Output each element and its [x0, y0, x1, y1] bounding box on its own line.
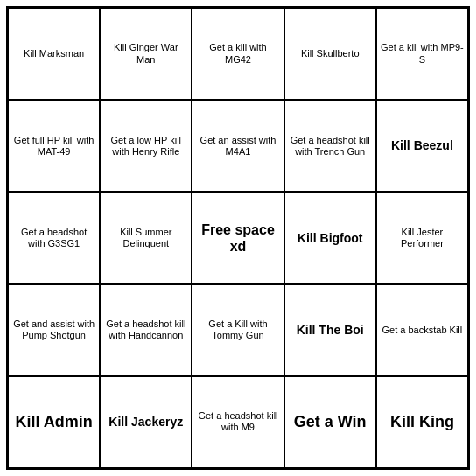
cell-text-r3c3: Kill The Boi: [297, 323, 364, 338]
bingo-cell-r4c0: Kill Admin: [8, 376, 100, 468]
bingo-cell-r0c3: Kill Skullberto: [284, 8, 376, 100]
cell-text-r0c4: Get a kill with MP9-S: [381, 42, 464, 65]
bingo-cell-r2c4: Kill Jester Performer: [376, 192, 468, 284]
bingo-cell-r4c1: Kill Jackeryz: [100, 376, 192, 468]
bingo-cell-r2c1: Kill Summer Delinquent: [100, 192, 192, 284]
cell-text-r1c4: Kill Beezul: [391, 138, 453, 153]
cell-text-r2c1: Kill Summer Delinquent: [104, 227, 187, 249]
bingo-cell-r0c2: Get a kill with MG42: [192, 8, 284, 100]
bingo-cell-r1c0: Get full HP kill with MAT-49: [8, 100, 100, 192]
cell-text-r3c0: Get and assist with Pump Shotgun: [12, 318, 95, 341]
bingo-cell-r3c4: Get a backstab Kill: [376, 284, 468, 376]
cell-text-r3c2: Get a Kill with Tommy Gun: [196, 318, 279, 341]
cell-text-r4c0: Kill Admin: [15, 413, 92, 432]
cell-text-r1c1: Get a low HP kill with Henry Rifle: [104, 135, 187, 158]
bingo-cell-r3c2: Get a Kill with Tommy Gun: [192, 284, 284, 376]
cell-text-r0c0: Kill Marksman: [24, 48, 84, 60]
cell-text-r3c1: Get a headshot kill with Handcannon: [104, 318, 187, 341]
bingo-cell-r1c4: Kill Beezul: [376, 100, 468, 192]
cell-text-r1c2: Get an assist with M4A1: [196, 135, 279, 158]
bingo-cell-r3c1: Get a headshot kill with Handcannon: [100, 284, 192, 376]
cell-text-r4c1: Kill Jackeryz: [108, 415, 183, 430]
cell-text-r2c2: Free space xd: [196, 221, 279, 255]
cell-text-r2c4: Kill Jester Performer: [381, 227, 464, 249]
cell-text-r2c0: Get a headshot with G3SG1: [12, 227, 95, 249]
bingo-cell-r1c2: Get an assist with M4A1: [192, 100, 284, 192]
cell-text-r0c3: Kill Skullberto: [301, 48, 360, 60]
cell-text-r1c3: Get a headshot kill with Trench Gun: [289, 135, 372, 158]
bingo-cell-r2c3: Kill Bigfoot: [284, 192, 376, 284]
bingo-cell-r4c3: Get a Win: [284, 376, 376, 468]
cell-text-r2c3: Kill Bigfoot: [298, 231, 363, 246]
bingo-cell-r1c1: Get a low HP kill with Henry Rifle: [100, 100, 192, 192]
bingo-cell-r0c0: Kill Marksman: [8, 8, 100, 100]
bingo-cell-r4c4: Kill King: [376, 376, 468, 468]
bingo-cell-r2c0: Get a headshot with G3SG1: [8, 192, 100, 284]
bingo-cell-r1c3: Get a headshot kill with Trench Gun: [284, 100, 376, 192]
cell-text-r0c2: Get a kill with MG42: [196, 42, 279, 65]
cell-text-r1c0: Get full HP kill with MAT-49: [12, 135, 95, 158]
bingo-cell-r4c2: Get a headshot kill with M9: [192, 376, 284, 468]
bingo-cell-r0c1: Kill Ginger War Man: [100, 8, 192, 100]
cell-text-r4c3: Get a Win: [294, 413, 367, 432]
cell-text-r4c4: Kill King: [390, 413, 454, 432]
bingo-cell-r0c4: Get a kill with MP9-S: [376, 8, 468, 100]
cell-text-r0c1: Kill Ginger War Man: [104, 42, 187, 65]
bingo-cell-r2c2: Free space xd: [192, 192, 284, 284]
cell-text-r3c4: Get a backstab Kill: [382, 325, 463, 336]
bingo-cell-r3c3: Kill The Boi: [284, 284, 376, 376]
cell-text-r4c2: Get a headshot kill with M9: [196, 410, 279, 433]
bingo-cell-r3c0: Get and assist with Pump Shotgun: [8, 284, 100, 376]
bingo-board: Kill MarksmanKill Ginger War ManGet a ki…: [6, 6, 470, 470]
